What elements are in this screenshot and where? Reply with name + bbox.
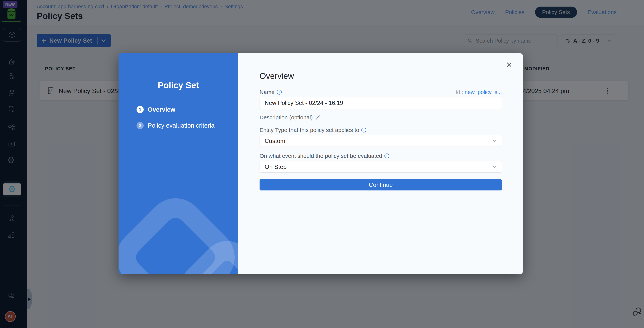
event-value: On Step [264, 163, 286, 170]
name-label: Name i [260, 89, 282, 95]
continue-button[interactable]: Continue [260, 179, 502, 190]
step-label: Policy evaluation criteria [148, 122, 214, 129]
entity-type-select[interactable]: Custom [260, 135, 502, 147]
id-link[interactable]: new_policy_s... [465, 89, 502, 95]
info-icon[interactable]: i [277, 90, 282, 95]
modal-heading: Overview [260, 71, 294, 81]
info-icon[interactable]: i [384, 154, 389, 158]
pencil-edit-icon[interactable] [316, 115, 321, 120]
step-label: Overview [148, 106, 175, 113]
id-prefix: Id : [456, 89, 463, 95]
wizard-step-overview[interactable]: 1 Overview [136, 106, 175, 113]
wizard-panel: Policy Set 1 Overview 2 Policy evaluatio… [118, 53, 238, 274]
step-number-badge: 2 [136, 122, 144, 129]
name-input[interactable] [260, 97, 502, 109]
wizard-title: Policy Set [118, 80, 238, 90]
description-label: Description (optional) [260, 114, 312, 121]
description-row: Description (optional) [260, 114, 321, 121]
harness-watermark-logo [118, 196, 238, 274]
close-icon[interactable]: × [506, 60, 512, 70]
chevron-down-icon [492, 139, 497, 142]
info-icon[interactable]: i [362, 128, 366, 133]
modal-content: × Overview Name i Id : new_policy_s... D… [238, 53, 523, 274]
chevron-down-icon [492, 165, 497, 168]
event-select[interactable]: On Step [260, 161, 502, 173]
policy-sets-page: Account: app-harness-ng-cicd › Organizat… [0, 0, 644, 328]
entity-type-value: Custom [264, 138, 285, 145]
wizard-step-evaluation-criteria[interactable]: 2 Policy evaluation criteria [136, 122, 214, 129]
new-policy-set-modal: Policy Set 1 Overview 2 Policy evaluatio… [118, 53, 523, 274]
entity-type-label: Entity Type that this policy set applies… [260, 127, 366, 133]
name-field-row: Name i Id : new_policy_s... [260, 89, 502, 95]
entity-id: Id : new_policy_s... [456, 89, 502, 95]
event-label: On what event should the policy set be e… [260, 153, 389, 159]
step-number-badge: 1 [136, 106, 144, 113]
